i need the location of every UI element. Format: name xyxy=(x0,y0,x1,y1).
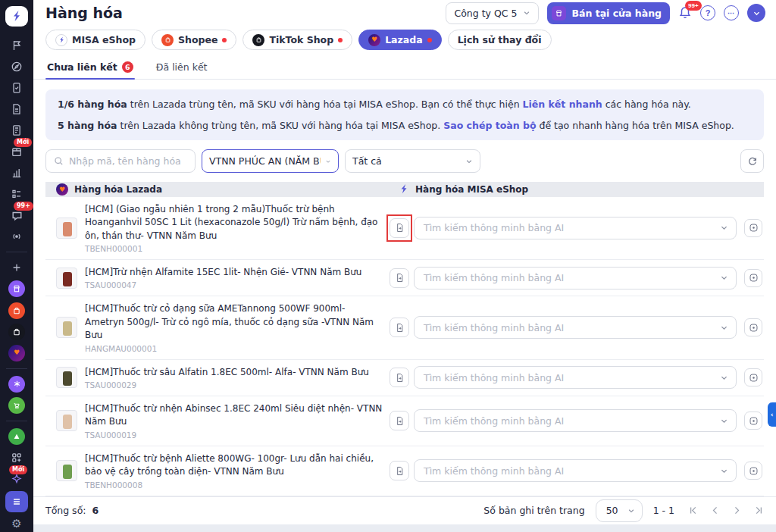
sidebar-item-reports[interactable] xyxy=(0,164,33,181)
ai-search-placeholder: Tìm kiếm thông minh bằng AI xyxy=(424,372,564,383)
flag-icon xyxy=(11,39,23,52)
product-name: [HCM]Thuốc trừ sâu Alfatin 1.8EC 500ml- … xyxy=(85,366,386,379)
prev-page-icon xyxy=(710,505,720,515)
sidebar-item-shopee-channel[interactable] xyxy=(0,302,33,319)
notifications-button[interactable]: 99+ xyxy=(678,6,692,20)
account-menu-button[interactable] xyxy=(747,4,765,22)
copy-product-button[interactable] xyxy=(390,268,409,288)
sidebar-item-flag[interactable] xyxy=(0,37,33,54)
copy-all-action[interactable]: Sao chép toàn bộ xyxy=(443,120,536,131)
table-header: ♥ Hàng hóa Lazada Hàng hóa MISA eShop xyxy=(45,182,764,197)
link-target-button[interactable] xyxy=(744,368,762,386)
ai-search-placeholder: Tìm kiếm thông minh bằng AI xyxy=(424,322,564,333)
tab-not-linked[interactable]: Chưa liên kết 6 xyxy=(45,57,135,79)
collapse-panel-handle[interactable]: ‹ xyxy=(768,402,776,427)
status-filter-select[interactable]: Tất cả xyxy=(345,149,480,173)
target-icon xyxy=(749,223,759,233)
prev-page-button[interactable] xyxy=(710,505,720,515)
column-lazada-products: Hàng hóa Lazada xyxy=(74,184,162,195)
copy-file-icon xyxy=(395,273,405,283)
sidebar-item-invoices[interactable] xyxy=(0,122,33,139)
question-icon: ? xyxy=(700,5,715,20)
sell-in-store-button[interactable]: Bán tại cửa hàng xyxy=(547,2,670,24)
sidebar-item-orders[interactable] xyxy=(0,80,33,96)
app-window: Mới 99+ ♥ Mới ⚙ Hàng xyxy=(0,0,776,532)
copy-button-wrapper xyxy=(390,368,409,387)
ai-search-select[interactable]: Tìm kiếm thông minh bằng AI xyxy=(414,409,737,432)
tab-lazada[interactable]: ♥ Lazada xyxy=(358,30,442,50)
last-page-button[interactable] xyxy=(754,505,764,515)
sidebar-item-tiktok-channel[interactable] xyxy=(0,324,33,340)
ellipsis-icon: ⋯ xyxy=(724,5,739,20)
sidebar-item-broadcast[interactable] xyxy=(0,228,33,245)
tiktok-shop-icon xyxy=(252,34,264,46)
link-target-button[interactable] xyxy=(744,412,762,430)
sidebar-item-integration[interactable] xyxy=(0,376,33,393)
sidebar-item-dashboard[interactable] xyxy=(0,58,33,75)
total-label: Tổng số: xyxy=(45,505,86,516)
link-target-button[interactable] xyxy=(744,219,762,237)
sidebar-item-categories[interactable] xyxy=(0,186,33,202)
first-page-button[interactable] xyxy=(688,505,698,515)
copy-product-button[interactable] xyxy=(390,411,409,430)
ai-search-select[interactable]: Tìm kiếm thông minh bằng AI xyxy=(414,366,737,389)
store-filter-select[interactable]: VTNN PHÚC AN (NĂM BƯU) H xyxy=(202,149,339,173)
refresh-button[interactable] xyxy=(740,149,764,173)
search-input[interactable] xyxy=(69,155,187,167)
product-thumbnail xyxy=(56,410,77,431)
link-target-button[interactable] xyxy=(744,462,762,480)
tab-change-history[interactable]: Lịch sử thay đổi xyxy=(448,30,552,50)
sidebar-item-apps-add[interactable] xyxy=(0,449,33,466)
next-page-button[interactable] xyxy=(732,505,742,515)
pos-store-icon xyxy=(8,280,25,297)
misa-eshop-logo[interactable] xyxy=(5,6,28,27)
product-name: [HCM]Thuốc trừ cỏ dạng sữa AMETannong 50… xyxy=(85,302,386,342)
link-status-tabs: Chưa liên kết 6 Đã liên kết xyxy=(33,57,776,80)
sidebar-item-ai-new[interactable]: Mới xyxy=(0,471,33,487)
sidebar-item-documents[interactable] xyxy=(0,101,33,117)
ai-search-select[interactable]: Tìm kiếm thông minh bằng AI xyxy=(414,217,737,239)
category-list-icon xyxy=(11,188,23,200)
cart-store-icon xyxy=(8,397,25,414)
lazada-icon: ♥ xyxy=(56,183,68,196)
ai-search-select[interactable]: Tìm kiếm thông minh bằng AI xyxy=(414,267,737,289)
link-target-button[interactable] xyxy=(744,269,762,287)
product-search[interactable] xyxy=(45,149,196,173)
tab-linked[interactable]: Đã liên kết xyxy=(155,57,209,79)
tab-tiktok-shop[interactable]: TikTok Shop xyxy=(242,30,352,50)
copy-product-button[interactable] xyxy=(390,218,409,238)
sidebar-item-products-new[interactable]: Mới xyxy=(0,143,33,160)
sidebar-item-product-link-active[interactable] xyxy=(0,492,33,511)
new-badge: Mới xyxy=(14,138,32,147)
company-selector[interactable]: Công ty QC 5 xyxy=(446,2,539,24)
sidebar-item-add-channel[interactable] xyxy=(0,259,33,276)
sidebar-item-pos-channel[interactable] xyxy=(0,280,33,297)
sidebar-item-chat[interactable]: 99+ xyxy=(0,207,33,224)
per-page-select[interactable]: 50 xyxy=(596,499,643,522)
ai-search-select[interactable]: Tìm kiếm thông minh bằng AI xyxy=(414,459,737,482)
copy-product-button[interactable] xyxy=(390,461,409,480)
ai-search-select[interactable]: Tìm kiếm thông minh bằng AI xyxy=(414,316,737,339)
link-target-button[interactable] xyxy=(744,318,762,336)
shopee-icon xyxy=(8,302,25,319)
copy-file-icon xyxy=(395,416,405,426)
copy-product-button[interactable] xyxy=(390,368,409,387)
help-button[interactable]: ? xyxy=(700,5,715,20)
target-icon xyxy=(749,416,759,426)
sidebar-item-partner-app[interactable] xyxy=(0,428,33,445)
gear-icon: ⚙ xyxy=(11,517,21,530)
quick-link-action[interactable]: Liên kết nhanh xyxy=(523,99,602,110)
target-icon xyxy=(749,323,759,333)
product-rows: [HCM] (Giao ngẫu nhiên 1 trong 2 mẫu)Thu… xyxy=(45,197,764,496)
copy-button-wrapper xyxy=(390,218,409,238)
tab-shopee[interactable]: Shopee xyxy=(152,30,236,50)
grid-plus-icon xyxy=(11,452,23,464)
sidebar-item-settings[interactable]: ⚙ xyxy=(0,515,33,532)
ai-search-placeholder: Tìm kiếm thông minh bằng AI xyxy=(424,465,564,477)
tab-misa-eshop[interactable]: MISA eShop xyxy=(45,30,146,50)
copy-product-button[interactable] xyxy=(390,318,409,337)
page-title: Hàng hóa xyxy=(45,5,123,21)
sidebar-item-lazada-channel[interactable]: ♥ xyxy=(0,345,33,361)
sidebar-item-grab-mart[interactable] xyxy=(0,397,33,414)
more-button[interactable]: ⋯ xyxy=(724,5,739,20)
